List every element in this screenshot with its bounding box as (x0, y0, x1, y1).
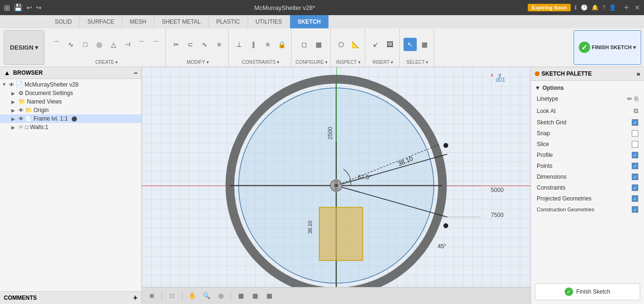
tree-item-frame[interactable]: ▶ 👁 📄 Frame lvl. 1:1 ⚫ (0, 114, 141, 123)
rect-tool[interactable]: □ (78, 38, 92, 51)
settings-btn[interactable]: ▦ (263, 290, 275, 302)
viewport[interactable]: 38.10 67.5° 2500 5000 7500 38.10 45° d01… (142, 67, 531, 304)
undo-icon[interactable]: ↩ (26, 4, 32, 11)
linetype-icon2[interactable]: ⎘ (635, 95, 638, 103)
modify-group: ✂ ⊂ ∿ ≡ MODIFY ▾ (167, 28, 229, 67)
projected-checkbox[interactable]: ✓ (632, 195, 638, 202)
lock-constraint[interactable]: 🔒 (275, 38, 288, 51)
tree-item-origin[interactable]: ▶ 👁 📁 Origin (0, 106, 141, 114)
file-icon[interactable]: 💾 (14, 3, 23, 12)
mirror-tool[interactable]: ∿ (198, 38, 211, 51)
palette-collapse-icon[interactable]: » (636, 70, 640, 78)
line-tool[interactable]: ⌒ (50, 38, 63, 51)
projected-label: Projected Geometries (537, 195, 592, 202)
user-icon[interactable]: 👤 (609, 4, 616, 11)
sketch-palette-title: SKETCH PALETTE (541, 70, 592, 77)
tab-surface[interactable]: SURFACE (80, 15, 122, 28)
select-mode-btn[interactable]: □ (166, 290, 178, 302)
pan-tool[interactable]: ✋ (186, 290, 198, 302)
select-tool[interactable]: ↖ (404, 38, 417, 51)
pattern-tool[interactable]: ≡ (212, 38, 225, 51)
collapse-icon[interactable]: ▲ (4, 69, 10, 77)
add-comment-icon[interactable]: + (133, 294, 137, 302)
eye-icon-frame[interactable]: 👁 (18, 116, 24, 122)
comments-bar: COMMENTS + (0, 291, 141, 304)
info-icon[interactable]: ℹ (575, 4, 577, 11)
eye-icon-walls[interactable]: 👁 (18, 124, 24, 130)
tab-mesh[interactable]: MESH (122, 15, 155, 28)
record-icon: ⚫ (71, 116, 77, 122)
tab-utilities[interactable]: UTILITIES (248, 15, 290, 28)
orient-tool[interactable]: ⊕ (146, 290, 158, 302)
expiring-badge: Expiring Soon (528, 4, 571, 11)
clock-icon[interactable]: 🕐 (581, 4, 588, 11)
tree-item-docsettings[interactable]: ▶ ⚙ Document Settings (0, 89, 141, 97)
arc-tool[interactable]: ∿ (64, 38, 77, 51)
lookat-label: Look At (537, 108, 556, 114)
construction-checkbox[interactable]: ✓ (632, 206, 638, 213)
select-label: SELECT ▾ (406, 60, 429, 65)
select-window[interactable]: ▦ (418, 38, 431, 51)
sketchgrid-checkbox[interactable]: ✓ (632, 119, 638, 126)
tree-item-walls[interactable]: ▶ 👁 □ Walls:1 (0, 123, 141, 131)
perp-constraint[interactable]: ⊥ (232, 38, 246, 51)
sketch-palette-header: SKETCH PALETTE » (531, 67, 644, 81)
help-icon[interactable]: ? (602, 4, 606, 11)
snap-checkbox[interactable] (632, 130, 638, 137)
measure-tool[interactable]: ⬡ (335, 38, 348, 51)
toolbar-main: DESIGN ▾ ⌒ ∿ □ ◎ △ ⊣ ⌒ ⌒ CREATE ▾ ✂ ⊂ ∿ … (0, 28, 644, 67)
angle-tool[interactable]: 📐 (349, 38, 362, 51)
app-grid-icon[interactable]: ⊞ (4, 3, 10, 12)
snap-config[interactable]: ▦ (312, 38, 325, 51)
tab-sketch[interactable]: SKETCH (290, 15, 329, 28)
inspect-label: INSPECT ▾ (336, 60, 361, 65)
eye-icon[interactable]: 👁 (9, 82, 14, 87)
tab-solid[interactable]: SOLID (47, 15, 80, 28)
design-button[interactable]: DESIGN ▾ (4, 30, 44, 65)
create-label: CREATE ▾ (95, 60, 118, 65)
display-toggle[interactable]: ▦ (249, 290, 261, 302)
tree-item-root[interactable]: ▼ 👁 📄 McMurrayShelter v28 (0, 80, 141, 89)
browser-menu-icon[interactable]: – (134, 69, 137, 77)
look-at-tool[interactable]: ◎ (215, 290, 227, 302)
tab-sheet-metal[interactable]: SHEET METAL (154, 15, 208, 28)
grid-view[interactable]: ▦ (235, 290, 247, 302)
finish-sketch-bottom-button[interactable]: ✓ Finish Sketch (535, 283, 640, 300)
trim-tool[interactable]: ✂ (170, 38, 183, 51)
circle-tool[interactable]: ◎ (93, 38, 106, 51)
titlebar: ⊞ 💾 ↩ ↪ McMurrayShelter v28* Expiring So… (0, 0, 644, 15)
offset-tool[interactable]: ⊂ (184, 38, 197, 51)
equal-constraint[interactable]: ≡ (261, 38, 274, 51)
close-icon[interactable]: ✕ (635, 4, 640, 11)
folder-icon-origin: 📁 (25, 107, 32, 113)
points-checkbox[interactable]: ✓ (632, 163, 638, 169)
slice-checkbox[interactable] (632, 141, 638, 148)
profile-checkbox[interactable]: ✓ (632, 152, 638, 158)
bell-icon[interactable]: 🔔 (592, 4, 599, 11)
constraints-checkbox[interactable]: ✓ (632, 184, 638, 191)
grid-config[interactable]: ◻ (298, 38, 311, 51)
finish-sketch-button[interactable]: ✓ FINISH SKETCH ▾ (574, 30, 641, 65)
eye-icon-origin[interactable]: 👁 (18, 107, 24, 113)
options-header[interactable]: ▼ Options (531, 83, 644, 93)
dim-tool[interactable]: ⊣ (121, 38, 134, 51)
insert-canvas[interactable]: 🖼 (383, 38, 396, 51)
option-sketchgrid: Sketch Grid ✓ (531, 117, 644, 128)
tri-tool[interactable]: △ (107, 38, 120, 51)
finish-sketch-label: FINISH SKETCH ▾ (592, 44, 636, 51)
tree-item-namedviews[interactable]: ▶ 📁 Named Views (0, 97, 141, 106)
tab-plastic[interactable]: PLASTIC (209, 15, 248, 28)
option-snap: Snap (531, 128, 644, 139)
svg-text:67.5°: 67.5° (358, 174, 372, 181)
parallel-constraint[interactable]: ∥ (247, 38, 260, 51)
insert-image[interactable]: ↙ (369, 38, 382, 51)
add-tab-icon[interactable]: + (624, 3, 629, 13)
linetype-icon1[interactable]: ✏ (627, 95, 633, 103)
redo-icon[interactable]: ↪ (36, 4, 42, 11)
spline-tool[interactable]: ⌒ (135, 38, 148, 51)
lookat-icon[interactable]: ⧉ (634, 107, 638, 115)
zoom-tool[interactable]: 🔍 (200, 290, 213, 302)
dimensions-checkbox[interactable]: ✓ (632, 174, 638, 180)
inspect-group: ⬡ 📐 INSPECT ▾ (332, 28, 365, 67)
ellipse-tool[interactable]: ⌒ (149, 38, 163, 51)
